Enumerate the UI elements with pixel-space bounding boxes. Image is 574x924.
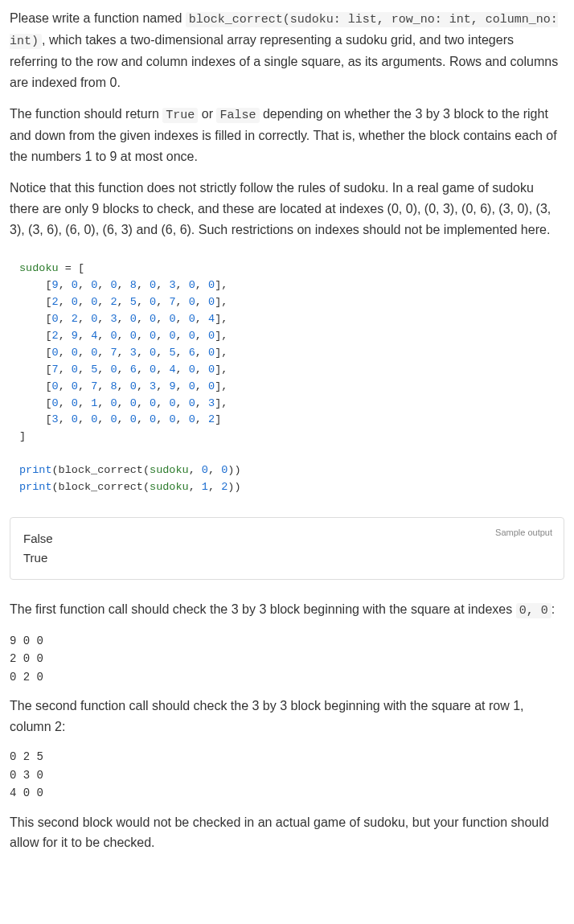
notice-paragraph: Notice that this function does not stric… bbox=[10, 178, 564, 240]
example-code-block: sudoku = [ [9, 0, 0, 0, 8, 0, 3, 0, 0], … bbox=[10, 253, 564, 504]
text: or bbox=[198, 107, 216, 121]
text: Please write a function named bbox=[10, 11, 186, 25]
intro-paragraph: Please write a function named block_corr… bbox=[10, 8, 564, 92]
false-code: False bbox=[216, 108, 259, 123]
index-code: 0, 0 bbox=[516, 603, 551, 618]
closing-paragraph: This second block would not be checked i… bbox=[10, 812, 564, 853]
text: The function should return bbox=[10, 107, 162, 121]
return-paragraph: The function should return True or False… bbox=[10, 104, 564, 166]
text: The first function call should check the… bbox=[10, 602, 516, 616]
true-code: True bbox=[162, 108, 198, 123]
sample-output-box: Sample output False True bbox=[10, 517, 564, 580]
text: , which takes a two-dimensional array re… bbox=[10, 33, 558, 89]
second-call-paragraph: The second function call should check th… bbox=[10, 696, 564, 737]
first-call-paragraph: The first function call should check the… bbox=[10, 599, 564, 621]
second-block-values: 0 2 5 0 3 0 4 0 0 bbox=[10, 748, 564, 802]
first-block-values: 9 0 0 2 0 0 0 2 0 bbox=[10, 632, 564, 686]
sample-output-label: Sample output bbox=[495, 526, 552, 540]
text: : bbox=[551, 602, 555, 616]
sample-output-content: False True bbox=[23, 529, 551, 568]
